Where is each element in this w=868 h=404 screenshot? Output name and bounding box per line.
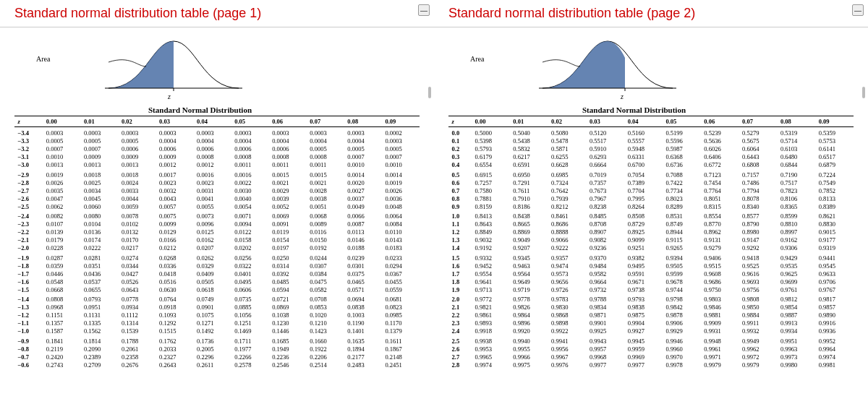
prob-value: 0.0154 xyxy=(269,236,307,244)
prob-value: 0.0125 xyxy=(194,228,231,236)
prob-value: 0.1210 xyxy=(307,319,344,327)
prob-value: 0.9099 xyxy=(624,236,663,244)
prob-value: 0.0192 xyxy=(307,244,344,252)
prob-value: 0.0013 xyxy=(43,161,80,169)
scrollbar-thumb[interactable] xyxy=(428,87,431,98)
prob-value: 0.9834 xyxy=(586,304,624,311)
prob-value: 0.0239 xyxy=(344,252,382,262)
prob-value: 0.1056 xyxy=(231,311,269,319)
z-value: −3.4 xyxy=(14,127,43,137)
prob-value: 0.9936 xyxy=(815,327,854,335)
prob-value: 0.0099 xyxy=(156,220,194,228)
col-header: 0.03 xyxy=(156,116,194,127)
col-header: 0.05 xyxy=(231,116,269,127)
prob-value: 0.0808 xyxy=(43,293,80,304)
prob-value: 0.9222 xyxy=(548,244,587,252)
prob-value: 0.9909 xyxy=(701,319,739,327)
prob-value: 0.9817 xyxy=(815,293,854,304)
prob-value: 0.9918 xyxy=(472,327,510,335)
prob-value: 0.2451 xyxy=(382,361,420,369)
z-label: z xyxy=(168,93,171,100)
prob-value: 0.0735 xyxy=(231,293,269,304)
prob-value: 0.0011 xyxy=(231,161,269,169)
prob-value: 0.0222 xyxy=(80,244,118,252)
col-header: 0.02 xyxy=(118,116,156,127)
prob-value: 0.6772 xyxy=(701,161,739,169)
prob-value: 0.5517 xyxy=(586,137,624,145)
prob-value: 0.9756 xyxy=(739,285,778,293)
prob-value: 0.0003 xyxy=(307,127,344,137)
table-title: Standard Normal Distribution xyxy=(148,106,420,114)
prob-value: 0.9850 xyxy=(739,304,778,311)
prob-value: 0.9251 xyxy=(624,244,663,252)
prob-value: 0.0110 xyxy=(382,228,420,236)
prob-value: 0.9881 xyxy=(701,311,739,319)
prob-value: 0.5398 xyxy=(472,137,510,145)
table-row: 0.80.78810.79100.79390.79670.79950.80230… xyxy=(448,194,854,202)
prob-value: 0.9678 xyxy=(663,278,701,285)
prob-value: 0.0057 xyxy=(156,202,194,210)
prob-value: 0.7939 xyxy=(548,194,587,202)
table-row: −0.90.18410.18140.17880.17620.17360.1711… xyxy=(14,335,420,345)
prob-value: 0.0668 xyxy=(43,285,80,293)
z-value: 2.2 xyxy=(448,311,472,319)
z-value: −1.3 xyxy=(14,304,43,311)
prob-value: 0.8729 xyxy=(624,220,663,228)
close-icon[interactable]: — xyxy=(852,4,864,16)
prob-value: 0.9974 xyxy=(815,353,854,361)
col-header: 0.00 xyxy=(472,116,510,127)
area-label: Area xyxy=(36,55,50,63)
prob-value: 0.0008 xyxy=(269,153,307,161)
prob-value: 0.0951 xyxy=(80,304,118,311)
prob-value: 0.9957 xyxy=(586,345,624,353)
table-row: 0.60.72570.72910.73240.73570.73890.74220… xyxy=(448,179,854,186)
close-icon[interactable]: — xyxy=(418,4,430,16)
prob-value: 0.9846 xyxy=(701,304,739,311)
prob-value: 0.0062 xyxy=(43,202,80,210)
prob-value: 0.7764 xyxy=(701,186,739,194)
prob-value: 0.5239 xyxy=(701,127,739,137)
prob-value: 0.1020 xyxy=(307,311,344,319)
prob-value: 0.7995 xyxy=(624,194,663,202)
table-row: −1.90.02870.02810.02740.02680.02620.0256… xyxy=(14,252,420,262)
prob-value: 0.8023 xyxy=(663,194,701,202)
prob-value: 0.9959 xyxy=(624,345,663,353)
z-value: 1.2 xyxy=(448,228,472,236)
prob-value: 0.0823 xyxy=(382,304,420,311)
prob-value: 0.9946 xyxy=(663,335,701,345)
col-header: 0.07 xyxy=(739,116,778,127)
prob-value: 0.0143 xyxy=(382,236,420,244)
table-row: 2.40.99180.99200.99220.99250.99270.99290… xyxy=(448,327,854,335)
prob-value: 0.0250 xyxy=(269,252,307,262)
prob-value: 0.7517 xyxy=(777,179,815,186)
prob-value: 0.0655 xyxy=(80,285,118,293)
scrollbar-thumb[interactable] xyxy=(862,87,865,98)
prob-value: 0.0005 xyxy=(80,137,118,145)
table-row: −3.00.00130.00130.00130.00120.00120.0011… xyxy=(14,161,420,169)
prob-value: 0.9345 xyxy=(510,252,548,262)
prob-value: 0.8621 xyxy=(815,210,854,220)
prob-value: 0.7486 xyxy=(739,179,778,186)
table-row: 0.00.50000.50400.50800.51200.51600.51990… xyxy=(448,127,854,137)
table-title: Standard Normal Distribution xyxy=(582,106,854,114)
prob-value: 0.9474 xyxy=(548,262,587,270)
prob-value: 0.7019 xyxy=(586,169,624,179)
z-header: z xyxy=(14,116,43,127)
prob-value: 0.8554 xyxy=(701,210,739,220)
prob-value: 0.9864 xyxy=(510,311,548,319)
prob-value: 0.8980 xyxy=(739,228,778,236)
prob-value: 0.0013 xyxy=(80,161,118,169)
prob-value: 0.0005 xyxy=(118,137,156,145)
prob-value: 0.9893 xyxy=(472,319,510,327)
prob-value: 0.0068 xyxy=(307,210,344,220)
prob-value: 0.9976 xyxy=(548,361,587,369)
prob-value: 0.9966 xyxy=(510,353,548,361)
prob-value: 0.0113 xyxy=(344,228,382,236)
prob-value: 0.0537 xyxy=(80,278,118,285)
prob-value: 0.1841 xyxy=(43,335,80,345)
prob-value: 0.5557 xyxy=(624,137,663,145)
z-value: −1.4 xyxy=(14,293,43,304)
prob-value: 0.0006 xyxy=(231,145,269,153)
table-row: 2.30.98930.98960.98980.99010.99040.99060… xyxy=(448,319,854,327)
page-1: — Standard normal distribution table (pa… xyxy=(0,0,434,404)
